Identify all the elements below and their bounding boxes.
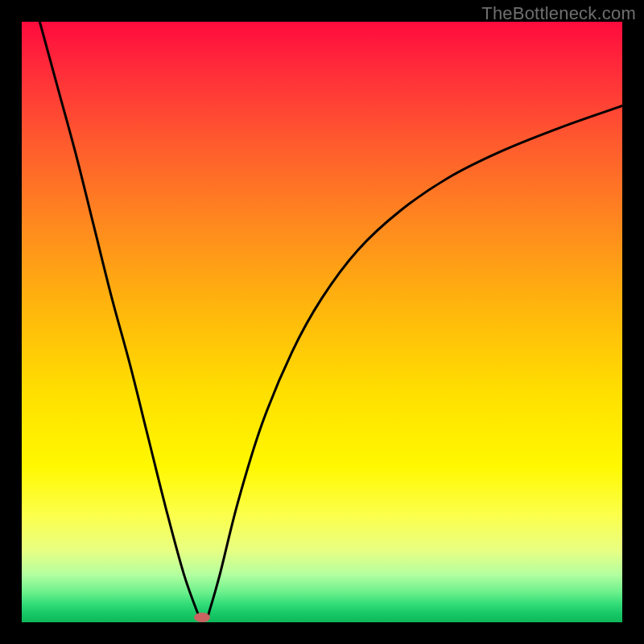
plot-area [22,22,622,622]
watermark-text: TheBottleneck.com [481,3,636,24]
optimum-marker [194,613,210,622]
curve-right-branch [208,105,622,616]
curve-left-branch [39,22,199,617]
bottleneck-curve [22,22,622,622]
chart-frame: TheBottleneck.com [0,0,644,644]
